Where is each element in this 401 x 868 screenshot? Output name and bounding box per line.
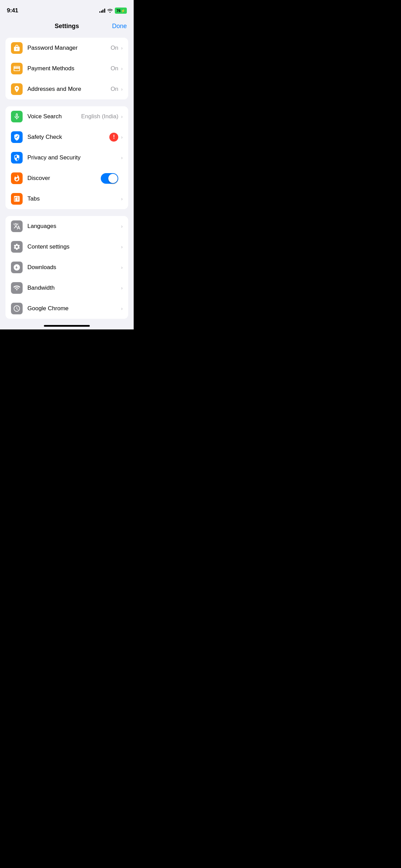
google-chrome-row[interactable]: Google Chrome › <box>5 298 128 319</box>
voice-search-icon <box>11 111 23 122</box>
tabs-row[interactable]: Tabs › <box>5 189 128 209</box>
discover-toggle[interactable] <box>101 173 118 184</box>
discover-toggle-knob <box>108 174 118 183</box>
payment-methods-icon <box>11 63 23 74</box>
privacy-security-chevron: › <box>121 155 123 160</box>
password-manager-icon <box>11 42 23 54</box>
discover-label: Discover <box>27 175 101 182</box>
content-settings-chevron: › <box>121 244 123 250</box>
password-manager-chevron: › <box>121 45 123 51</box>
discover-row[interactable]: Discover › <box>5 168 128 189</box>
privacy-security-label: Privacy and Security <box>27 154 121 161</box>
password-manager-value: On <box>111 45 119 51</box>
google-chrome-chevron: › <box>121 306 123 311</box>
bandwidth-chevron: › <box>121 285 123 291</box>
safety-check-icon <box>11 131 23 143</box>
bandwidth-icon <box>11 282 23 294</box>
wifi-status-icon <box>107 9 113 13</box>
phone-shell: 9:41 76 ⚡ Settings Done <box>0 0 134 329</box>
features-group: Voice Search English (India) › Safety Ch… <box>5 106 128 209</box>
home-bar <box>44 325 90 327</box>
voice-search-value: English (India) <box>81 113 119 120</box>
downloads-row[interactable]: Downloads › <box>5 257 128 278</box>
payment-methods-chevron: › <box>121 66 123 71</box>
languages-icon <box>11 220 23 232</box>
page-title: Settings <box>54 23 79 30</box>
nav-bar: Settings Done <box>0 17 134 35</box>
languages-label: Languages <box>27 223 121 230</box>
downloads-chevron: › <box>121 265 123 270</box>
downloads-icon <box>11 262 23 273</box>
home-indicator <box>0 322 134 329</box>
autofill-group: Password Manager On › Payment Methods On… <box>5 38 128 99</box>
payment-methods-label: Payment Methods <box>27 65 111 72</box>
content-settings-icon <box>11 241 23 253</box>
password-manager-row[interactable]: Password Manager On › <box>5 38 128 58</box>
done-button[interactable]: Done <box>112 23 127 30</box>
battery-percentage: 76 <box>117 9 121 13</box>
languages-row[interactable]: Languages › <box>5 216 128 237</box>
tabs-label: Tabs <box>27 195 121 202</box>
status-bar: 9:41 76 ⚡ <box>0 0 134 17</box>
bandwidth-label: Bandwidth <box>27 285 121 291</box>
payment-methods-row[interactable]: Payment Methods On › <box>5 58 128 79</box>
addresses-chevron: › <box>121 86 123 92</box>
battery-bolt-icon: ⚡ <box>121 9 125 13</box>
privacy-security-icon <box>11 152 23 164</box>
languages-chevron: › <box>121 224 123 229</box>
downloads-label: Downloads <box>27 264 121 271</box>
settings-content: Password Manager On › Payment Methods On… <box>0 35 134 322</box>
battery-indicator: 76 ⚡ <box>115 8 127 14</box>
addresses-icon <box>11 83 23 95</box>
privacy-security-row[interactable]: Privacy and Security › <box>5 147 128 168</box>
password-manager-label: Password Manager <box>27 45 111 51</box>
signal-bars-icon <box>99 9 105 13</box>
system-group: Languages › Content settings › Downloads… <box>5 216 128 319</box>
voice-search-chevron: › <box>121 114 123 119</box>
google-chrome-icon <box>11 303 23 314</box>
addresses-row[interactable]: Addresses and More On › <box>5 79 128 99</box>
google-chrome-label: Google Chrome <box>27 305 121 312</box>
bandwidth-row[interactable]: Bandwidth › <box>5 278 128 298</box>
voice-search-label: Voice Search <box>27 113 81 120</box>
content-settings-row[interactable]: Content settings › <box>5 237 128 257</box>
voice-search-row[interactable]: Voice Search English (India) › <box>5 106 128 127</box>
addresses-label: Addresses and More <box>27 86 111 93</box>
safety-check-alert: ! <box>109 133 118 142</box>
content-settings-label: Content settings <box>27 243 121 250</box>
safety-check-row[interactable]: Safety Check ! › <box>5 127 128 147</box>
safety-check-label: Safety Check <box>27 134 109 141</box>
addresses-value: On <box>111 86 119 93</box>
status-icons: 76 ⚡ <box>99 8 127 14</box>
payment-methods-value: On <box>111 65 119 72</box>
safety-check-chevron: › <box>121 134 123 140</box>
status-time: 9:41 <box>7 7 18 14</box>
tabs-icon <box>11 193 23 205</box>
tabs-chevron: › <box>121 196 123 202</box>
discover-icon <box>11 172 23 184</box>
